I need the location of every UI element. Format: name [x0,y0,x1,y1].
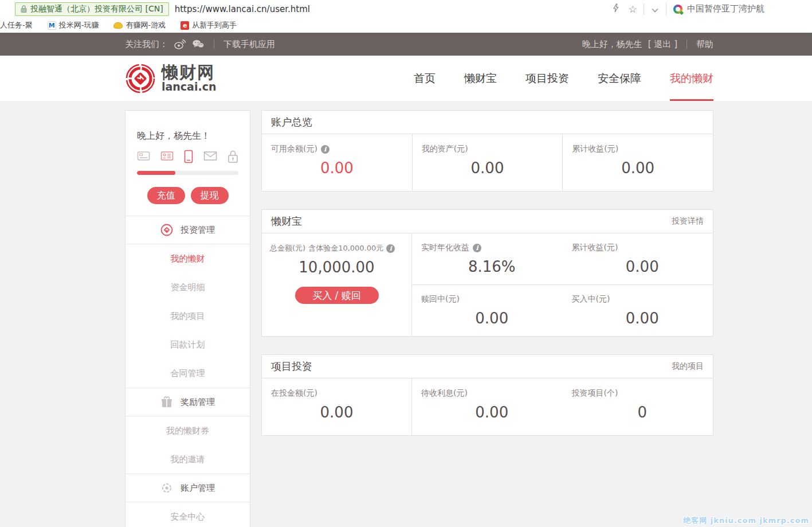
flash-icon[interactable] [607,3,624,15]
card-title: 懒财宝 [271,214,302,228]
account-overview-card: 账户总览 可用余额(元) i 0.00 我的资产(元) 0.00 [261,110,713,192]
annualized-yield-block: 实时年化收益 i 8.16% [412,243,563,284]
nav-item-home[interactable]: 首页 [414,56,436,101]
lancai-logo[interactable]: 懒财网 lancai.cn [125,63,216,95]
id-card-icon[interactable] [160,150,174,162]
card-title: 账户总览 [271,115,312,129]
search-query-text[interactable]: 中国暂停亚丁湾护航 [687,3,764,14]
bookmark-favicon-gold-icon [113,22,123,29]
total-earnings-value: 0.00 [572,159,704,177]
stat-label: 总金额(元) [270,243,305,253]
bookmark-item[interactable]: M 投米网-玩赚 [48,20,99,30]
total-earnings-block: 累计收益(元) 0.00 [562,134,713,191]
bookmark-favicon-e-icon: e [181,21,189,30]
bookmark-favicon-m-icon: M [48,21,56,30]
sidebar-item-my-invites[interactable]: 我的邀请 [125,445,250,474]
card-title: 项目投资 [271,360,312,373]
chrome-separator [644,3,644,15]
sidebar-item-repayment-plan[interactable]: 回款计划 [125,330,250,359]
watermark: 绝客网 jkniu.com jkmrp.com [683,516,809,526]
stat-label: 累计收益(元) [572,243,618,253]
project-count-block: 投资项目(个) 0 [563,388,713,435]
search-engine-icon [673,5,682,14]
download-app-link[interactable]: 下载手机应用 [223,39,275,50]
weibo-icon[interactable] [174,38,186,50]
site-topbar: 关注我们： 下载手机应用 [0,33,812,56]
lock-icon[interactable] [227,150,238,163]
info-icon[interactable]: i [321,145,329,154]
bookmark-label: 人任务-聚 [0,20,33,30]
main-content: 账户总览 可用余额(元) i 0.00 我的资产(元) 0.00 [261,110,713,454]
sidebar-section-label: 账户管理 [181,483,215,494]
profile-greeting: 晚上好，杨先生！ [137,130,238,142]
favorite-star-icon[interactable]: ☆ [624,3,641,15]
available-balance-value: 0.00 [271,159,403,177]
info-icon[interactable]: i [386,244,395,253]
sidebar-item-fund-details[interactable]: 资金明细 [125,273,250,302]
mail-icon[interactable] [203,150,217,162]
lcb-total-earnings-value: 0.00 [572,258,713,275]
info-icon[interactable]: i [473,244,481,252]
withdraw-button[interactable]: 提现 [191,187,229,204]
sidebar-menu-group: 我的懒财券 我的邀请 [125,416,250,474]
my-assets-block: 我的资产(元) 0.00 [412,134,563,191]
sidebar-item-my-coupons[interactable]: 我的懒财券 [125,416,250,445]
stat-label: 赎回中(元) [421,294,460,305]
sidebar-item-my-lancai[interactable]: 我的懒财 [125,244,250,273]
logout-link[interactable]: [ 退出 ] [648,39,677,50]
total-amount-value: 10,000.00 [270,259,403,276]
total-amount-block: 总金额(元) 含体验金10,000.00元 i 10,000.00 买入 / 赎… [262,233,412,336]
main-nav: 首页 懒财宝 项目投资 安全保障 我的懒财 [414,56,713,101]
stat-note: 含体验金10,000.00元 [308,243,383,253]
help-link[interactable]: 帮助 [696,39,713,50]
project-count-value: 0 [572,404,713,421]
ssl-badge-label: 投融智通（北京）投资有限公司 [CN] [30,4,163,14]
stat-label: 我的资产(元) [422,144,468,154]
sidebar-item-my-projects[interactable]: 我的项目 [125,302,250,330]
bookmark-item[interactable]: 人任务-聚 [0,20,33,30]
bookmark-item[interactable]: 有赚网-游戏 [113,20,166,30]
stat-label: 在投金额(元) [271,388,317,399]
recharge-button[interactable]: 充值 [147,187,185,204]
sidebar-section-rewards[interactable]: 奖励管理 [125,388,250,416]
available-balance-block: 可用余额(元) i 0.00 [262,134,412,191]
search-box[interactable]: 中国暂停亚丁湾护航 [669,3,812,14]
redeeming-value: 0.00 [421,310,563,327]
buy-redeem-button[interactable]: 买入 / 赎回 [295,287,379,304]
stat-label: 买入中(元) [572,294,610,305]
sidebar-section-label: 投资管理 [181,225,215,236]
bookmark-item[interactable]: e 从新手到高手 [181,20,237,30]
sidebar-item-security-center[interactable]: 安全中心 [125,502,250,527]
nav-item-security[interactable]: 安全保障 [598,56,641,101]
wechat-icon[interactable] [192,38,205,50]
user-greeting: 晚上好，杨先生 [582,39,642,50]
profile-progress-fill [137,171,175,175]
mobile-phone-icon[interactable] [184,150,193,163]
sidebar-section-account[interactable]: 账户管理 [125,474,250,502]
buying-block: 买入中(元) 0.00 [563,294,713,336]
topbar-separator [687,40,687,49]
bookmarks-bar: 人任务-聚 M 投米网-玩赚 有赚网-游戏 e 从新手到高手 [0,18,812,33]
sidebar-menu-group: 安全中心 [125,502,250,527]
sidebar-section-investment[interactable]: 投资管理 [125,216,250,244]
my-projects-link[interactable]: 我的项目 [672,361,704,372]
lancai-logo-icon [125,63,156,95]
nav-item-my-lancai[interactable]: 我的懒财 [670,56,713,101]
ssl-certificate-badge[interactable]: 投融智通（北京）投资有限公司 [CN] [15,2,169,16]
logo-subtitle: lancai.cn [162,81,216,93]
stat-label: 可用余额(元) [271,144,317,154]
verification-icons-row [137,150,238,163]
invested-amount-value: 0.00 [271,404,402,421]
sidebar-item-contracts[interactable]: 合同管理 [125,359,250,388]
sidebar: 晚上好，杨先生！ [125,110,250,527]
bank-card-icon[interactable] [137,150,150,162]
sidebar-menu-group: 我的懒财 资金明细 我的项目 回款计划 合同管理 [125,244,250,388]
nav-item-projects[interactable]: 项目投资 [525,56,569,101]
lancaibao-card: 懒财宝 投资详情 总金额(元) 含体验金10,000.00元 i 10,000.… [261,209,713,337]
dropdown-chevron-icon[interactable] [646,3,664,15]
nav-item-lancaibao[interactable]: 懒财宝 [464,56,497,101]
stat-label: 实时年化收益 [421,243,469,253]
stat-label: 投资项目(个) [572,388,618,399]
address-bar[interactable]: https://www.lancai.cn/user.html [175,4,310,14]
investment-details-link[interactable]: 投资详情 [672,216,704,227]
